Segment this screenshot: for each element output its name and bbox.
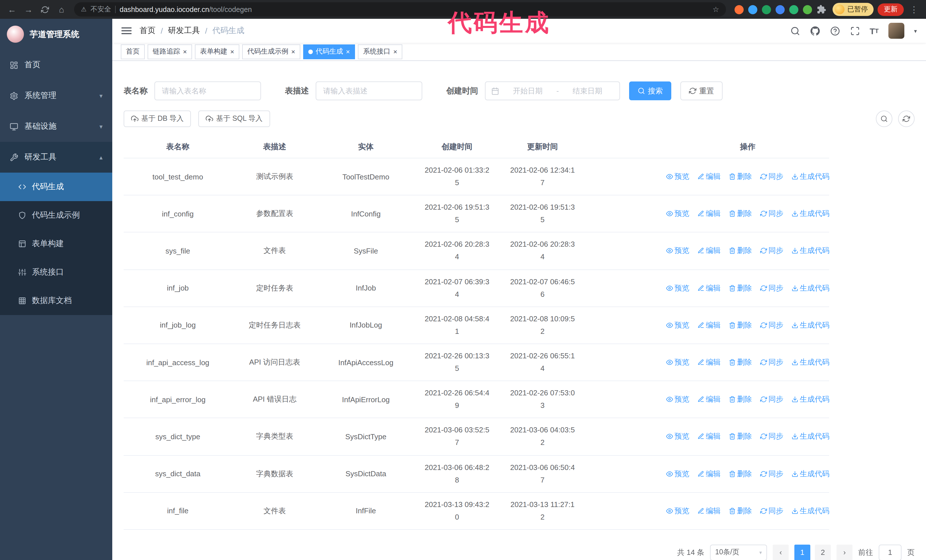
import-sql-button[interactable]: 基于 SQL 导入 <box>198 110 270 127</box>
generate-link[interactable]: 生成代码 <box>791 172 829 182</box>
delete-link[interactable]: 删除 <box>729 357 752 367</box>
github-icon[interactable] <box>810 26 820 36</box>
edit-link[interactable]: 编辑 <box>697 172 720 182</box>
tab-home[interactable]: 首页 <box>121 44 145 59</box>
sidebar-subitem-db-doc[interactable]: 数据库文档 <box>0 287 112 315</box>
sidebar-item-system[interactable]: 系统管理 ▾ <box>0 80 112 111</box>
drop-extension-icon[interactable] <box>748 5 757 14</box>
generate-link[interactable]: 生成代码 <box>791 506 829 516</box>
preview-link[interactable]: 预览 <box>666 246 689 256</box>
preview-link[interactable]: 预览 <box>666 172 689 182</box>
breadcrumb-item[interactable]: 首页 <box>139 26 156 36</box>
page-url[interactable]: dashboard.yudao.iocoder.cn/tool/codegen <box>120 5 709 14</box>
puzzle-extension-icon[interactable] <box>817 5 826 14</box>
close-icon[interactable]: × <box>393 48 397 55</box>
preview-link[interactable]: 预览 <box>666 432 689 442</box>
date-range-picker[interactable]: 开始日期 - 结束日期 <box>485 82 620 100</box>
search-icon[interactable] <box>790 26 800 36</box>
edit-link[interactable]: 编辑 <box>697 394 720 405</box>
tab-form-builder[interactable]: 表单构建 × <box>195 44 239 59</box>
generate-link[interactable]: 生成代码 <box>791 283 829 293</box>
leaf-extension-icon[interactable] <box>803 5 812 14</box>
date-end-placeholder[interactable]: 结束日期 <box>561 86 614 96</box>
edit-link[interactable]: 编辑 <box>697 283 720 293</box>
address-bar[interactable]: ⚠ 不安全 dashboard.yudao.iocoder.cn/tool/co… <box>74 2 726 17</box>
delete-link[interactable]: 删除 <box>729 320 752 331</box>
close-icon[interactable]: × <box>183 48 187 55</box>
sidebar-subitem-form-builder[interactable]: 表单构建 <box>0 229 112 258</box>
date-start-placeholder[interactable]: 开始日期 <box>501 86 554 96</box>
sync-link[interactable]: 同步 <box>760 246 783 256</box>
sync-link[interactable]: 同步 <box>760 283 783 293</box>
browser-back-icon[interactable]: ← <box>6 3 18 16</box>
fox-extension-icon[interactable] <box>735 5 744 14</box>
prev-page-button[interactable]: ‹ <box>773 545 789 560</box>
tab-codegen-demo[interactable]: 代码生成示例 × <box>242 44 300 59</box>
generate-link[interactable]: 生成代码 <box>791 320 829 331</box>
sidebar-toggle-icon[interactable] <box>121 27 132 34</box>
edit-link[interactable]: 编辑 <box>697 432 720 442</box>
breadcrumb-item[interactable]: 研发工具 <box>168 26 200 36</box>
table-name-input[interactable] <box>154 82 261 100</box>
generate-link[interactable]: 生成代码 <box>791 432 829 442</box>
generate-link[interactable]: 生成代码 <box>791 209 829 219</box>
preview-link[interactable]: 预览 <box>666 320 689 331</box>
preview-link[interactable]: 预览 <box>666 209 689 219</box>
edit-link[interactable]: 编辑 <box>697 357 720 367</box>
stripes-extension-icon[interactable] <box>789 5 798 14</box>
search-button[interactable]: 搜索 <box>629 82 671 100</box>
browser-reload-icon[interactable] <box>39 3 51 16</box>
reset-button[interactable]: 重置 <box>680 82 723 100</box>
sidebar-item-infra[interactable]: 基础设施 ▾ <box>0 111 112 142</box>
profile-paused-badge[interactable]: 已暂停 <box>832 3 873 16</box>
preview-link[interactable]: 预览 <box>666 506 689 516</box>
edit-link[interactable]: 编辑 <box>697 469 720 479</box>
sidebar-subitem-codegen[interactable]: 代码生成 <box>0 173 112 201</box>
tab-codegen[interactable]: 代码生成 × <box>303 44 355 59</box>
edit-link[interactable]: 编辑 <box>697 320 720 331</box>
delete-link[interactable]: 删除 <box>729 209 752 219</box>
sidebar-item-home[interactable]: 首页 <box>0 50 112 80</box>
table-desc-input[interactable] <box>316 82 422 100</box>
help-icon[interactable] <box>830 26 840 36</box>
generate-link[interactable]: 生成代码 <box>791 469 829 479</box>
sync-link[interactable]: 同步 <box>760 432 783 442</box>
fullscreen-icon[interactable] <box>850 26 860 36</box>
close-icon[interactable]: × <box>291 48 295 55</box>
next-page-button[interactable]: › <box>837 545 852 560</box>
page-button-2[interactable]: 2 <box>815 545 831 560</box>
sync-link[interactable]: 同步 <box>760 357 783 367</box>
people-extension-icon[interactable] <box>776 5 785 14</box>
page-size-select[interactable]: 10条/页 ▾ <box>710 545 767 560</box>
browser-home-icon[interactable]: ⌂ <box>55 3 68 16</box>
user-avatar[interactable] <box>888 23 904 39</box>
sidebar-item-devtools[interactable]: 研发工具 ▴ <box>0 142 112 173</box>
delete-link[interactable]: 删除 <box>729 394 752 405</box>
preview-link[interactable]: 预览 <box>666 469 689 479</box>
refresh-table-button[interactable] <box>898 110 915 127</box>
import-db-button[interactable]: 基于 DB 导入 <box>124 110 191 127</box>
sync-link[interactable]: 同步 <box>760 320 783 331</box>
chevron-down-icon[interactable]: ▾ <box>914 28 917 34</box>
generate-link[interactable]: 生成代码 <box>791 394 829 405</box>
sync-link[interactable]: 同步 <box>760 506 783 516</box>
browser-menu-icon[interactable]: ⋮ <box>908 3 920 16</box>
sidebar-subitem-api[interactable]: 系统接口 <box>0 258 112 287</box>
browser-forward-icon[interactable]: → <box>22 3 35 16</box>
page-button-1[interactable]: 1 <box>794 545 810 560</box>
font-size-icon[interactable]: TT <box>870 26 879 36</box>
goto-page-input[interactable] <box>879 545 902 560</box>
edit-link[interactable]: 编辑 <box>697 209 720 219</box>
edit-link[interactable]: 编辑 <box>697 506 720 516</box>
check-extension-icon[interactable] <box>762 5 771 14</box>
close-icon[interactable]: × <box>346 48 350 55</box>
delete-link[interactable]: 删除 <box>729 283 752 293</box>
toggle-search-button[interactable] <box>876 110 893 127</box>
tab-tracing[interactable]: 链路追踪 × <box>148 44 192 59</box>
sync-link[interactable]: 同步 <box>760 469 783 479</box>
delete-link[interactable]: 删除 <box>729 432 752 442</box>
sidebar-subitem-codegen-demo[interactable]: 代码生成示例 <box>0 201 112 229</box>
sync-link[interactable]: 同步 <box>760 209 783 219</box>
tab-api[interactable]: 系统接口 × <box>358 44 402 59</box>
delete-link[interactable]: 删除 <box>729 172 752 182</box>
